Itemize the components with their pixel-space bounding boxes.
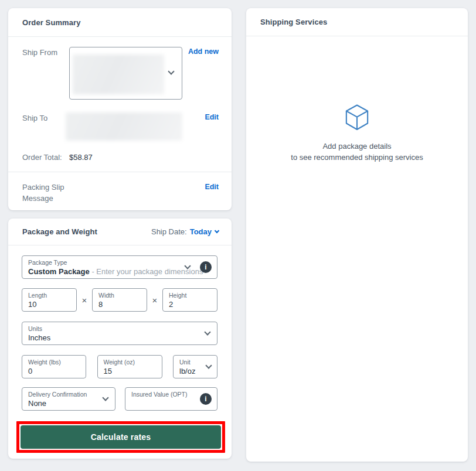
insured-value-label: Insured Value (OPT) xyxy=(131,391,211,398)
shipping-services-card: Shipping Services Add package details to… xyxy=(246,8,468,462)
delivery-confirmation-value: None xyxy=(28,398,109,409)
empty-state-line2: to see recommended shipping services xyxy=(246,152,468,163)
packing-slip-label: Packing Slip Message xyxy=(22,182,87,204)
ship-from-label: Ship From xyxy=(22,47,69,57)
width-input[interactable]: Width 8 xyxy=(92,288,147,312)
package-and-weight-card: Package and Weight Ship Date: Today Pack… xyxy=(8,219,232,459)
length-input[interactable]: Length 10 xyxy=(22,288,77,312)
ship-from-address-redacted xyxy=(73,54,164,94)
package-type-info-icon[interactable]: i xyxy=(200,261,212,273)
order-total-label: Order Total: xyxy=(22,153,67,162)
package-type-selected: Custom Package xyxy=(28,267,90,276)
chevron-down-icon xyxy=(215,228,219,233)
empty-state-text: Add package details to see recommended s… xyxy=(246,141,468,163)
weight-lbs-value: 0 xyxy=(28,366,80,377)
ship-from-dropdown[interactable] xyxy=(69,47,182,100)
order-total-row: Order Total: $58.87 xyxy=(22,153,219,162)
width-label: Width xyxy=(98,292,141,299)
weight-unit-select[interactable]: Unit lb/oz xyxy=(173,355,217,378)
weight-lbs-label: Weight (lbs) xyxy=(28,359,80,366)
ship-to-label: Ship To xyxy=(22,112,69,122)
ship-date-value: Today xyxy=(190,227,212,236)
units-select[interactable]: Units Inches xyxy=(22,322,217,345)
weight-lbs-input[interactable]: Weight (lbs) 0 xyxy=(22,355,86,378)
height-label: Height xyxy=(169,292,211,299)
length-label: Length xyxy=(28,292,70,299)
order-total-value: $58.87 xyxy=(69,153,93,162)
ship-date-label: Ship Date: xyxy=(151,227,187,236)
ship-from-row: Ship From Add new xyxy=(22,47,219,100)
package-type-select[interactable]: Package Type Custom Package - Enter your… xyxy=(22,255,217,279)
divider xyxy=(246,36,468,36)
annotation-highlight: Calculate rates xyxy=(16,421,225,453)
height-input[interactable]: Height 2 xyxy=(162,288,217,312)
insured-value-info-icon[interactable]: i xyxy=(200,393,212,405)
add-new-link[interactable]: Add new xyxy=(188,47,219,56)
length-value: 10 xyxy=(28,299,70,310)
packing-slip-edit-link[interactable]: Edit xyxy=(205,182,219,191)
order-summary-body: Ship From Add new Ship To Edit Order Tot… xyxy=(8,37,232,172)
package-body: Package Type Custom Package - Enter your… xyxy=(8,245,232,453)
weight-oz-label: Weight (oz) xyxy=(104,359,156,366)
multiply-separator: × xyxy=(77,295,92,305)
ship-date-selector[interactable]: Ship Date: Today xyxy=(151,227,219,236)
shipping-services-title: Shipping Services xyxy=(260,18,327,26)
package-title: Package and Weight xyxy=(22,227,97,236)
delivery-confirmation-label: Delivery Confirmation xyxy=(28,391,109,398)
units-label: Units xyxy=(28,325,211,333)
packing-slip-row: Packing Slip Message Edit xyxy=(8,172,232,204)
weight-row: Weight (lbs) 0 Weight (oz) 15 Unit lb/oz xyxy=(22,355,217,378)
ship-to-edit-link[interactable]: Edit xyxy=(205,112,219,121)
weight-oz-value: 15 xyxy=(104,366,156,377)
calculate-rates-button[interactable]: Calculate rates xyxy=(21,425,221,449)
shipping-services-empty-state: Add package details to see recommended s… xyxy=(246,104,468,163)
delivery-confirmation-select[interactable]: Delivery Confirmation None xyxy=(22,387,115,411)
units-value: Inches xyxy=(28,333,211,343)
dimensions-row: Length 10 × Width 8 × Height 2 xyxy=(22,288,217,312)
multiply-separator: × xyxy=(147,295,162,305)
spacer xyxy=(22,162,219,172)
weight-oz-input[interactable]: Weight (oz) 15 xyxy=(97,355,162,378)
order-summary-header: Order Summary xyxy=(8,8,232,36)
package-type-value: Custom Package - Enter your package dime… xyxy=(28,267,211,277)
height-value: 2 xyxy=(169,299,211,310)
order-summary-card: Order Summary Ship From Add new Ship To … xyxy=(8,8,232,210)
weight-unit-value: lb/oz xyxy=(179,366,211,377)
delivery-row: Delivery Confirmation None Insured Value… xyxy=(22,387,217,411)
package-header: Package and Weight Ship Date: Today xyxy=(8,219,232,245)
ship-to-address-redacted xyxy=(66,112,182,141)
order-summary-title: Order Summary xyxy=(22,18,81,27)
shipping-page: Order Summary Ship From Add new Ship To … xyxy=(0,0,476,471)
package-type-label: Package Type xyxy=(28,259,211,267)
shipping-services-header: Shipping Services xyxy=(246,8,468,36)
width-value: 8 xyxy=(98,299,141,310)
insured-value-input[interactable]: Insured Value (OPT) i xyxy=(125,387,217,411)
ship-to-row: Ship To Edit xyxy=(22,112,219,141)
empty-state-line1: Add package details xyxy=(246,141,468,152)
package-cube-icon xyxy=(345,104,369,131)
chevron-down-icon xyxy=(168,68,174,74)
